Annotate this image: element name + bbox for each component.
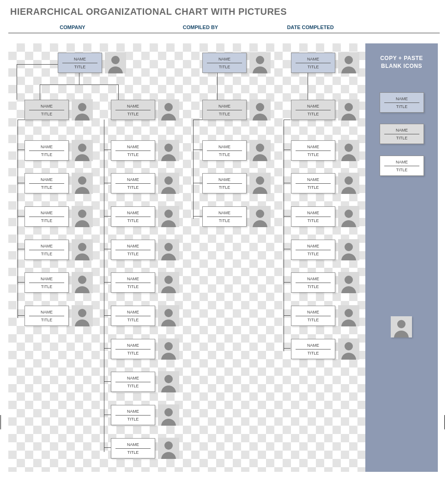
sidebar-title: COPY + PASTE BLANK ICONS bbox=[365, 43, 438, 70]
avatar-icon bbox=[72, 173, 93, 194]
avatar-icon bbox=[72, 239, 93, 260]
org-node-manager-3[interactable]: NAMETITLE bbox=[202, 99, 271, 120]
svg-point-29 bbox=[345, 243, 353, 251]
chart-canvas: NAMETITLE NAMETITLE NAMETITLE NAMETITLE … bbox=[8, 43, 438, 472]
org-node-2-4[interactable]: NAMETITLE bbox=[111, 239, 179, 260]
avatar-icon bbox=[338, 305, 359, 326]
sidebar-sample-mid-card[interactable]: NAMETITLE bbox=[380, 124, 427, 144]
org-node-2-6[interactable]: NAMETITLE bbox=[111, 305, 179, 326]
org-node-4-6[interactable]: NAMETITLE bbox=[291, 305, 359, 326]
avatar-icon bbox=[249, 173, 271, 194]
org-node-4-1[interactable]: NAMETITLE bbox=[291, 140, 359, 161]
org-node-top-3[interactable]: NAMETITLE bbox=[202, 52, 271, 73]
org-node-2-8[interactable]: NAMETITLE bbox=[111, 371, 179, 392]
avatar-icon bbox=[72, 140, 93, 161]
org-node-2-3[interactable]: NAMETITLE bbox=[111, 206, 179, 227]
avatar-icon bbox=[338, 272, 359, 293]
org-node-top-4[interactable]: NAMETITLE bbox=[291, 52, 359, 73]
svg-point-3 bbox=[78, 144, 86, 152]
svg-point-33 bbox=[397, 320, 406, 328]
avatar-icon bbox=[338, 52, 359, 73]
org-node-2-7[interactable]: NAMETITLE bbox=[111, 338, 179, 360]
svg-point-14 bbox=[164, 309, 173, 317]
org-node-1-1[interactable]: NAMETITLE bbox=[24, 140, 93, 161]
avatar-icon bbox=[158, 438, 179, 459]
avatar-icon bbox=[158, 371, 179, 392]
header-date-completed[interactable]: DATE COMPLETED bbox=[264, 23, 357, 32]
org-node-3-3[interactable]: NAMETITLE bbox=[202, 206, 271, 227]
org-node-1-4[interactable]: NAMETITLE bbox=[24, 239, 93, 260]
avatar-icon bbox=[158, 404, 179, 426]
cropmark-left bbox=[0, 415, 1, 429]
avatar-icon bbox=[249, 140, 271, 161]
cropmark-right bbox=[444, 415, 445, 429]
avatar-icon bbox=[338, 173, 359, 194]
svg-point-15 bbox=[164, 342, 173, 350]
svg-point-12 bbox=[164, 243, 173, 251]
svg-point-30 bbox=[345, 276, 353, 284]
svg-point-0 bbox=[111, 56, 120, 64]
org-node-1-3[interactable]: NAMETITLE bbox=[24, 206, 93, 227]
avatar-icon bbox=[249, 206, 271, 227]
svg-point-31 bbox=[345, 309, 353, 317]
org-node-2-9[interactable]: NAMETITLE bbox=[111, 404, 179, 426]
org-node-2-1[interactable]: NAMETITLE bbox=[111, 140, 179, 161]
org-node-1-6[interactable]: NAMETITLE bbox=[24, 305, 93, 326]
avatar-icon bbox=[158, 99, 179, 120]
org-node-4-2[interactable]: NAMETITLE bbox=[291, 173, 359, 194]
header-compiled-by[interactable]: COMPILED BY bbox=[137, 23, 264, 32]
svg-point-1 bbox=[78, 103, 86, 111]
avatar-icon bbox=[158, 272, 179, 293]
svg-point-20 bbox=[256, 103, 264, 111]
org-node-top-1[interactable]: NAMETITLE bbox=[58, 52, 126, 73]
org-node-2-10[interactable]: NAMETITLE bbox=[111, 438, 179, 459]
svg-point-32 bbox=[345, 342, 353, 350]
avatar-icon bbox=[338, 99, 359, 120]
svg-point-16 bbox=[164, 375, 173, 383]
avatar-icon bbox=[249, 99, 271, 120]
svg-point-18 bbox=[164, 441, 173, 450]
svg-point-7 bbox=[78, 276, 86, 284]
org-node-manager-1a[interactable]: NAMETITLE bbox=[24, 99, 93, 120]
avatar-icon bbox=[72, 206, 93, 227]
org-node-manager-1b[interactable]: NAMETITLE bbox=[111, 99, 179, 120]
sidebar-sample-avatar-icon[interactable] bbox=[391, 316, 412, 337]
avatar-icon bbox=[338, 140, 359, 161]
org-node-4-4[interactable]: NAMETITLE bbox=[291, 239, 359, 260]
svg-point-4 bbox=[78, 176, 86, 185]
svg-point-13 bbox=[164, 276, 173, 284]
org-node-1-2[interactable]: NAMETITLE bbox=[24, 173, 93, 194]
org-node-3-2[interactable]: NAMETITLE bbox=[202, 173, 271, 194]
org-node-3-1[interactable]: NAMETITLE bbox=[202, 140, 271, 161]
svg-point-6 bbox=[78, 243, 86, 251]
org-node-2-2[interactable]: NAMETITLE bbox=[111, 173, 179, 194]
avatar-icon bbox=[72, 305, 93, 326]
avatar-icon bbox=[158, 239, 179, 260]
svg-point-27 bbox=[345, 176, 353, 185]
svg-point-22 bbox=[256, 176, 264, 185]
avatar-icon bbox=[158, 140, 179, 161]
avatar-icon bbox=[338, 239, 359, 260]
org-node-4-3[interactable]: NAMETITLE bbox=[291, 206, 359, 227]
svg-point-19 bbox=[256, 56, 264, 64]
avatar-icon bbox=[158, 305, 179, 326]
org-node-manager-4[interactable]: NAMETITLE bbox=[291, 99, 359, 120]
org-node-2-5[interactable]: NAMETITLE bbox=[111, 272, 179, 293]
svg-point-2 bbox=[164, 103, 173, 111]
page-title: HIERARCHICAL ORGANIZATIONAL CHART WITH P… bbox=[0, 0, 448, 21]
avatar-icon bbox=[72, 272, 93, 293]
avatar-icon bbox=[158, 206, 179, 227]
header-company[interactable]: COMPANY bbox=[8, 23, 137, 32]
sidebar-sample-white-card[interactable]: NAMETITLE bbox=[380, 156, 427, 176]
svg-point-8 bbox=[78, 309, 86, 317]
sidebar-sample-top-card[interactable]: NAMETITLE bbox=[380, 92, 427, 113]
avatar-icon bbox=[338, 206, 359, 227]
svg-point-11 bbox=[164, 210, 173, 218]
org-node-1-5[interactable]: NAMETITLE bbox=[24, 272, 93, 293]
svg-point-28 bbox=[345, 210, 353, 218]
svg-point-25 bbox=[345, 103, 353, 111]
avatar-icon bbox=[105, 52, 126, 73]
svg-point-21 bbox=[256, 144, 264, 152]
org-node-4-7[interactable]: NAMETITLE bbox=[291, 338, 359, 360]
org-node-4-5[interactable]: NAMETITLE bbox=[291, 272, 359, 293]
